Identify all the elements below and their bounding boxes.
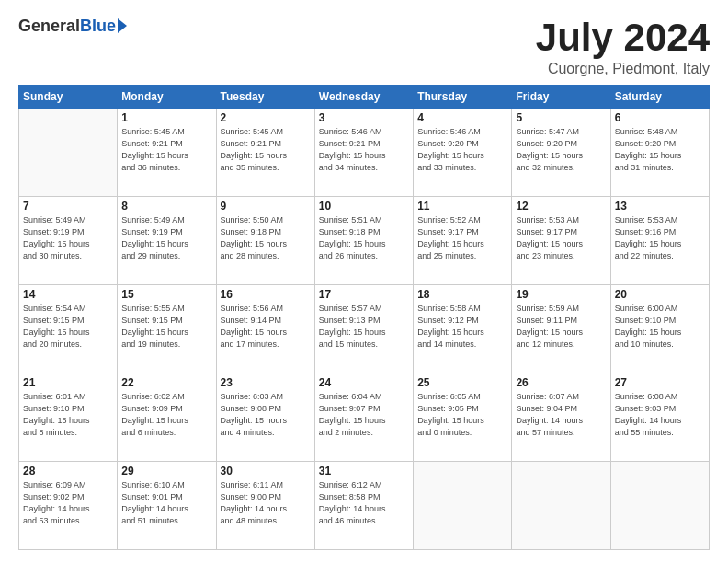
calendar-header-row: Sunday Monday Tuesday Wednesday Thursday… [19, 86, 710, 109]
calendar-cell-w3-d0: 14Sunrise: 5:54 AM Sunset: 9:15 PM Dayli… [19, 285, 118, 373]
logo-blue-text: Blue [80, 17, 116, 36]
day-number: 10 [319, 200, 409, 213]
day-info: Sunrise: 5:57 AM Sunset: 9:13 PM Dayligh… [319, 303, 409, 350]
day-number: 19 [516, 288, 606, 301]
header-saturday: Saturday [610, 86, 709, 109]
day-number: 23 [221, 376, 311, 389]
calendar-cell-w4-d2: 23Sunrise: 6:03 AM Sunset: 9:08 PM Dayli… [216, 373, 314, 462]
calendar-week-4: 21Sunrise: 6:01 AM Sunset: 9:10 PM Dayli… [19, 373, 710, 462]
day-info: Sunrise: 5:45 AM Sunset: 9:21 PM Dayligh… [121, 126, 211, 174]
day-number: 27 [615, 376, 705, 389]
day-number: 11 [417, 200, 507, 213]
calendar-cell-w4-d1: 22Sunrise: 6:02 AM Sunset: 9:09 PM Dayli… [118, 373, 216, 462]
month-title: July 2024 [536, 17, 710, 59]
header-tuesday: Tuesday [216, 86, 314, 109]
calendar-cell-w3-d2: 16Sunrise: 5:56 AM Sunset: 9:14 PM Dayli… [216, 285, 314, 373]
header-friday: Friday [512, 86, 610, 109]
day-info: Sunrise: 5:55 AM Sunset: 9:15 PM Dayligh… [121, 303, 211, 350]
day-info: Sunrise: 6:09 AM Sunset: 9:02 PM Dayligh… [23, 479, 113, 527]
calendar-cell-w1-d6: 6Sunrise: 5:48 AM Sunset: 9:20 PM Daylig… [610, 109, 709, 197]
day-number: 20 [615, 288, 705, 301]
page: General Blue July 2024 Cuorgne, Piedmont… [0, 0, 728, 563]
day-number: 29 [121, 465, 211, 477]
calendar-cell-w5-d0: 28Sunrise: 6:09 AM Sunset: 9:02 PM Dayli… [19, 462, 118, 550]
day-info: Sunrise: 5:46 AM Sunset: 9:21 PM Dayligh… [319, 126, 409, 174]
day-number: 6 [615, 111, 705, 124]
day-number: 24 [319, 376, 409, 389]
calendar-cell-w1-d1: 1Sunrise: 5:45 AM Sunset: 9:21 PM Daylig… [118, 109, 216, 197]
header-monday: Monday [118, 86, 216, 109]
calendar-week-3: 14Sunrise: 5:54 AM Sunset: 9:15 PM Dayli… [19, 285, 710, 373]
day-number: 12 [516, 200, 606, 213]
day-number: 1 [121, 111, 211, 124]
day-info: Sunrise: 5:53 AM Sunset: 9:16 PM Dayligh… [615, 214, 705, 262]
calendar-cell-w5-d1: 29Sunrise: 6:10 AM Sunset: 9:01 PM Dayli… [118, 462, 216, 550]
day-number: 18 [417, 288, 507, 301]
day-number: 25 [417, 376, 507, 389]
day-number: 31 [319, 465, 409, 477]
day-number: 5 [516, 111, 606, 124]
day-number: 3 [319, 111, 409, 124]
calendar-cell-w5-d4 [414, 462, 512, 550]
header-wednesday: Wednesday [314, 86, 413, 109]
calendar-cell-w5-d2: 30Sunrise: 6:11 AM Sunset: 9:00 PM Dayli… [216, 462, 314, 550]
day-number: 14 [23, 288, 113, 301]
calendar-cell-w2-d6: 13Sunrise: 5:53 AM Sunset: 9:16 PM Dayli… [610, 197, 709, 285]
day-info: Sunrise: 6:11 AM Sunset: 9:00 PM Dayligh… [221, 479, 311, 527]
day-number: 16 [221, 288, 311, 301]
day-info: Sunrise: 6:05 AM Sunset: 9:05 PM Dayligh… [417, 391, 507, 439]
day-number: 2 [221, 111, 311, 124]
calendar-cell-w1-d4: 4Sunrise: 5:46 AM Sunset: 9:20 PM Daylig… [414, 109, 512, 197]
day-info: Sunrise: 5:47 AM Sunset: 9:20 PM Dayligh… [516, 126, 606, 174]
calendar-week-5: 28Sunrise: 6:09 AM Sunset: 9:02 PM Dayli… [19, 462, 710, 550]
calendar-cell-w4-d4: 25Sunrise: 6:05 AM Sunset: 9:05 PM Dayli… [414, 373, 512, 462]
calendar-cell-w3-d1: 15Sunrise: 5:55 AM Sunset: 9:15 PM Dayli… [118, 285, 216, 373]
day-number: 4 [417, 111, 507, 124]
header: General Blue July 2024 Cuorgne, Piedmont… [18, 17, 710, 77]
calendar-cell-w4-d6: 27Sunrise: 6:08 AM Sunset: 9:03 PM Dayli… [610, 373, 709, 462]
calendar-cell-w1-d3: 3Sunrise: 5:46 AM Sunset: 9:21 PM Daylig… [314, 109, 413, 197]
day-info: Sunrise: 6:10 AM Sunset: 9:01 PM Dayligh… [121, 479, 211, 527]
calendar-week-2: 7Sunrise: 5:49 AM Sunset: 9:19 PM Daylig… [19, 197, 710, 285]
calendar-cell-w2-d1: 8Sunrise: 5:49 AM Sunset: 9:19 PM Daylig… [118, 197, 216, 285]
day-number: 28 [23, 465, 113, 477]
day-info: Sunrise: 5:52 AM Sunset: 9:17 PM Dayligh… [417, 214, 507, 262]
day-info: Sunrise: 5:54 AM Sunset: 9:15 PM Dayligh… [23, 303, 113, 350]
day-number: 13 [615, 200, 705, 213]
day-info: Sunrise: 6:07 AM Sunset: 9:04 PM Dayligh… [516, 391, 606, 439]
day-info: Sunrise: 5:50 AM Sunset: 9:18 PM Dayligh… [221, 214, 311, 262]
day-info: Sunrise: 5:59 AM Sunset: 9:11 PM Dayligh… [516, 303, 606, 350]
calendar-cell-w3-d6: 20Sunrise: 6:00 AM Sunset: 9:10 PM Dayli… [610, 285, 709, 373]
header-thursday: Thursday [414, 86, 512, 109]
day-info: Sunrise: 5:49 AM Sunset: 9:19 PM Dayligh… [121, 214, 211, 262]
day-number: 22 [121, 376, 211, 389]
day-info: Sunrise: 6:08 AM Sunset: 9:03 PM Dayligh… [615, 391, 705, 439]
calendar-cell-w5-d6 [610, 462, 709, 550]
day-info: Sunrise: 5:49 AM Sunset: 9:19 PM Dayligh… [23, 214, 113, 262]
day-info: Sunrise: 5:56 AM Sunset: 9:14 PM Dayligh… [221, 303, 311, 350]
title-block: July 2024 Cuorgne, Piedmont, Italy [536, 17, 710, 77]
calendar-cell-w2-d2: 9Sunrise: 5:50 AM Sunset: 9:18 PM Daylig… [216, 197, 314, 285]
day-number: 17 [319, 288, 409, 301]
calendar-cell-w4-d5: 26Sunrise: 6:07 AM Sunset: 9:04 PM Dayli… [512, 373, 610, 462]
day-info: Sunrise: 6:00 AM Sunset: 9:10 PM Dayligh… [615, 303, 705, 350]
day-info: Sunrise: 6:02 AM Sunset: 9:09 PM Dayligh… [121, 391, 211, 439]
calendar-cell-w3-d5: 19Sunrise: 5:59 AM Sunset: 9:11 PM Dayli… [512, 285, 610, 373]
day-info: Sunrise: 5:53 AM Sunset: 9:17 PM Dayligh… [516, 214, 606, 262]
logo-general-text: General [18, 17, 80, 36]
day-number: 30 [221, 465, 311, 477]
calendar-week-1: 1Sunrise: 5:45 AM Sunset: 9:21 PM Daylig… [19, 109, 710, 197]
header-sunday: Sunday [19, 86, 118, 109]
logo: General Blue [18, 17, 127, 36]
calendar-cell-w1-d0 [19, 109, 118, 197]
calendar-cell-w2-d5: 12Sunrise: 5:53 AM Sunset: 9:17 PM Dayli… [512, 197, 610, 285]
day-info: Sunrise: 6:01 AM Sunset: 9:10 PM Dayligh… [23, 391, 113, 439]
calendar-cell-w3-d3: 17Sunrise: 5:57 AM Sunset: 9:13 PM Dayli… [314, 285, 413, 373]
day-number: 21 [23, 376, 113, 389]
location: Cuorgne, Piedmont, Italy [536, 61, 710, 77]
logo-arrow-icon [118, 18, 127, 33]
calendar-cell-w2-d3: 10Sunrise: 5:51 AM Sunset: 9:18 PM Dayli… [314, 197, 413, 285]
calendar-cell-w2-d0: 7Sunrise: 5:49 AM Sunset: 9:19 PM Daylig… [19, 197, 118, 285]
day-info: Sunrise: 5:51 AM Sunset: 9:18 PM Dayligh… [319, 214, 409, 262]
day-number: 9 [221, 200, 311, 213]
